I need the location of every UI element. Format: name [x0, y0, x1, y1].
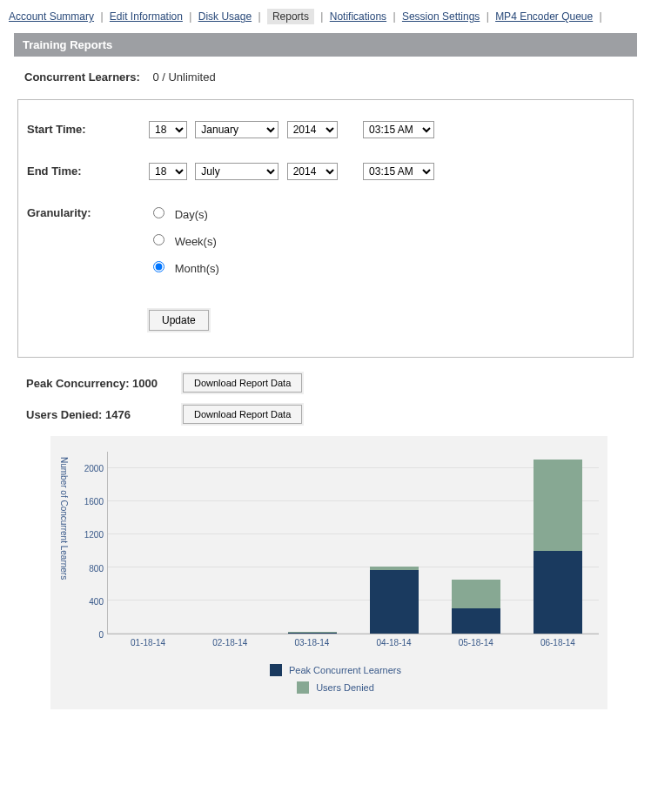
- end-month-select[interactable]: July: [195, 163, 279, 180]
- page-title: Training Reports: [14, 33, 637, 57]
- report-form: Start Time: 18 January 2014 03:15 AM End…: [17, 99, 634, 358]
- chart-x-tick: 03-18-14: [294, 638, 329, 648]
- peak-concurrency-row: Peak Concurrency: 1000 Download Report D…: [26, 373, 630, 393]
- chart-container: Number of Concurrent Learners 0400800120…: [50, 436, 607, 709]
- end-year-select[interactable]: 2014: [287, 163, 338, 180]
- start-time-label: Start Time:: [27, 121, 149, 136]
- nav-mp4-encoder-queue[interactable]: MP4 Encoder Queue: [495, 10, 593, 23]
- chart-legend-item: Users Denied: [297, 681, 374, 694]
- chart-plot-area: 0400800120016002000: [72, 452, 599, 634]
- download-peak-button[interactable]: Download Report Data: [183, 373, 302, 393]
- nav-reports[interactable]: Reports: [267, 9, 314, 24]
- chart-x-tick: 05-18-14: [459, 638, 493, 648]
- chart-bar: [370, 567, 419, 634]
- concurrent-learners-label: Concurrent Learners:: [24, 70, 140, 84]
- concurrent-learners-value: 0 / Unlimited: [152, 70, 215, 84]
- chart-y-tick: 400: [89, 596, 104, 606]
- users-denied-label: Users Denied: 1476: [26, 408, 183, 421]
- chart-y-tick: 800: [89, 563, 104, 573]
- chart-y-tick: 1600: [84, 497, 104, 507]
- start-year-select[interactable]: 2014: [287, 121, 338, 138]
- peak-concurrency-label: Peak Concurrency: 1000: [26, 377, 183, 390]
- chart-y-tick: 0: [98, 630, 104, 640]
- chart-y-axis-label: Number of Concurrent Learners: [59, 452, 69, 580]
- update-button[interactable]: Update: [149, 310, 209, 331]
- chart-bar: [288, 632, 337, 634]
- chart-x-tick: 04-18-14: [377, 638, 412, 648]
- chart-legend-item: Peak Concurrent Learners: [270, 664, 401, 676]
- start-month-select[interactable]: January: [195, 121, 279, 138]
- end-time-select[interactable]: 03:15 AM: [363, 163, 434, 180]
- chart-legend: Peak Concurrent LearnersUsers Denied: [72, 662, 599, 695]
- granularity-week-radio[interactable]: [153, 234, 164, 245]
- nav-account-summary[interactable]: Account Summary: [9, 10, 94, 23]
- granularity-month-label[interactable]: Month(s): [149, 258, 624, 275]
- download-denied-button[interactable]: Download Report Data: [183, 405, 302, 424]
- users-denied-row: Users Denied: 1476 Download Report Data: [26, 405, 630, 424]
- end-day-select[interactable]: 18: [149, 163, 187, 180]
- chart-bar: [452, 580, 500, 634]
- nav-notifications[interactable]: Notifications: [330, 10, 386, 23]
- granularity-month-radio[interactable]: [153, 261, 164, 272]
- chart-y-tick: 2000: [84, 464, 104, 473]
- start-time-select[interactable]: 03:15 AM: [363, 121, 434, 138]
- end-time-label: End Time:: [27, 163, 149, 178]
- nav-session-settings[interactable]: Session Settings: [402, 10, 480, 23]
- start-day-select[interactable]: 18: [149, 121, 187, 138]
- granularity-day-radio[interactable]: [153, 207, 164, 218]
- chart-x-tick: 06-18-14: [540, 638, 575, 648]
- concurrent-learners-row: Concurrent Learners: 0 / Unlimited: [7, 65, 644, 99]
- top-nav: Account Summary | Edit Information | Dis…: [7, 7, 644, 30]
- chart-x-tick: 01-18-14: [131, 638, 165, 648]
- nav-edit-information[interactable]: Edit Information: [110, 10, 183, 23]
- chart-x-tick: 02-18-14: [212, 638, 247, 648]
- nav-disk-usage[interactable]: Disk Usage: [198, 10, 252, 23]
- granularity-week-label[interactable]: Week(s): [149, 232, 624, 248]
- chart-bar: [534, 460, 582, 634]
- granularity-label: Granularity:: [27, 205, 149, 219]
- granularity-day-label[interactable]: Day(s): [149, 205, 624, 221]
- chart-y-tick: 1200: [84, 530, 104, 540]
